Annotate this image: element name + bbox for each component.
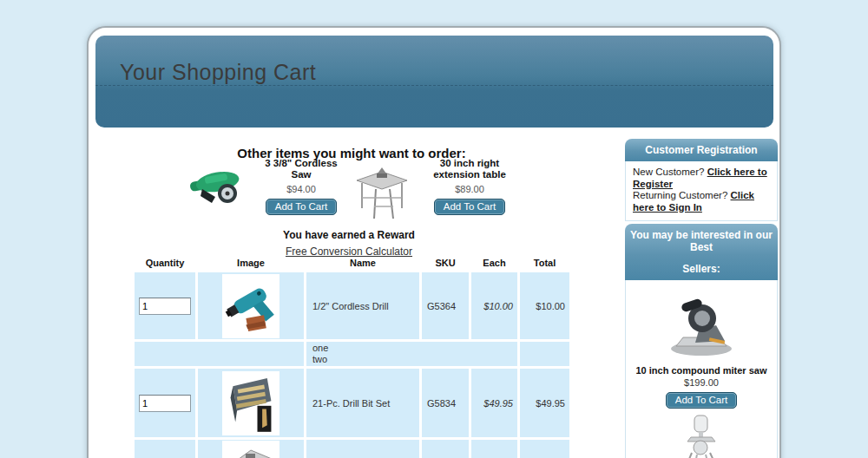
quantity-cell [135,440,195,458]
cart-table: Quantity Image Name SKU Each Total [132,255,572,458]
col-header-each: Each [471,258,517,270]
item-name-cell: 1/2" Cordless Drill [306,272,419,339]
cart-header-row: Quantity Image Name SKU Each Total [135,258,569,270]
reward-message: You have earned a Reward [89,229,609,241]
suggested-item: 30 inch right extension table $89.00 Add… [419,158,520,215]
item-sku-cell [422,440,469,458]
item-name-cell: 21-Pc. Drill Bit Set [306,369,419,437]
item-sku-cell: G5364 [422,272,469,339]
suggested-item: 3 3/8" Cordless Saw $94.00 Add To Cart [258,158,345,215]
item-name-cell [306,440,419,458]
content-card: Your Shopping Cart Other items you might… [87,26,781,458]
best-sellers-body: 10 inch compound miter saw $199.00 Add T… [625,280,778,458]
quantity-cell [135,369,195,437]
best-seller-price: $199.00 [626,377,777,388]
compound-miter-saw-image [626,294,777,362]
note-text-cell: one two [306,342,517,366]
cart-note-row: one two [135,342,569,366]
page-title: Your Shopping Cart [120,60,316,85]
suggested-items-row: 3 3/8" Cordless Saw $94.00 Add To Cart [95,158,613,226]
customer-registration-box: Customer Registration New Customer? Clic… [625,139,778,221]
add-to-cart-button[interactable]: Add To Cart [266,199,338,215]
image-cell [198,369,304,437]
cart-row: 21-Pc. Drill Bit Set G5834 $49.95 $49.95 [135,369,569,437]
suggested-item-name: 3 3/8" Cordless Saw [258,158,345,180]
add-to-cart-button[interactable]: Add To Cart [666,392,738,409]
header-banner: Your Shopping Cart [95,36,773,128]
cordless-drill-image [222,274,279,338]
col-header-total: Total [520,258,569,270]
suggested-item-price: $89.00 [419,184,520,194]
best-sellers-header: You may be interested in our Best Seller… [625,224,778,280]
add-to-cart-button[interactable]: Add To Cart [434,199,506,215]
quantity-input[interactable] [139,395,191,412]
col-header-quantity: Quantity [135,258,195,270]
suggested-item-name: 30 inch right extension table [419,158,520,180]
machine-image [222,441,279,458]
col-header-image: Image [198,258,304,270]
cart-row-partial [135,440,569,458]
banner-divider [95,85,773,86]
item-each-cell: $10.00 [471,272,517,339]
suggested-item-price: $94.00 [258,184,345,194]
band-saw-image [626,414,777,458]
customer-registration-header: Customer Registration [625,139,778,161]
item-total-cell: $10.00 [520,272,569,339]
best-sellers-title-line1: You may be interested in our Best [630,229,773,253]
new-customer-label: New Customer? [633,167,704,177]
returning-customer-label: Returning Customer? [633,190,727,200]
col-header-sku: SKU [422,258,469,270]
cordless-circular-saw-image [188,165,249,212]
customer-registration-body: New Customer? Click here to Register Ret… [625,161,778,221]
item-each-cell [471,440,517,458]
quantity-input[interactable] [139,298,191,315]
best-sellers-box: You may be interested in our Best Seller… [625,224,778,458]
drill-bit-set-image [222,371,279,435]
note-line-two: two [312,354,327,364]
item-total-cell: $49.95 [520,369,569,437]
quantity-cell [135,272,195,339]
item-sku-cell: G5834 [422,369,469,437]
col-header-name: Name [306,258,419,270]
item-each-cell: $49.95 [471,369,517,437]
item-total-cell [520,440,569,458]
note-total-cell [520,342,569,366]
note-spacer-cell [135,342,304,366]
page: Your Shopping Cart Other items you might… [0,0,868,458]
best-seller-name: 10 inch compound miter saw [626,365,777,376]
image-cell [198,440,304,458]
table-saw-extension-image [353,165,411,226]
image-cell [198,272,304,339]
cart-row: 1/2" Cordless Drill G5364 $10.00 $10.00 [135,272,569,339]
note-line-one: one [312,343,328,353]
best-sellers-title-line2: Sellers: [630,263,773,275]
